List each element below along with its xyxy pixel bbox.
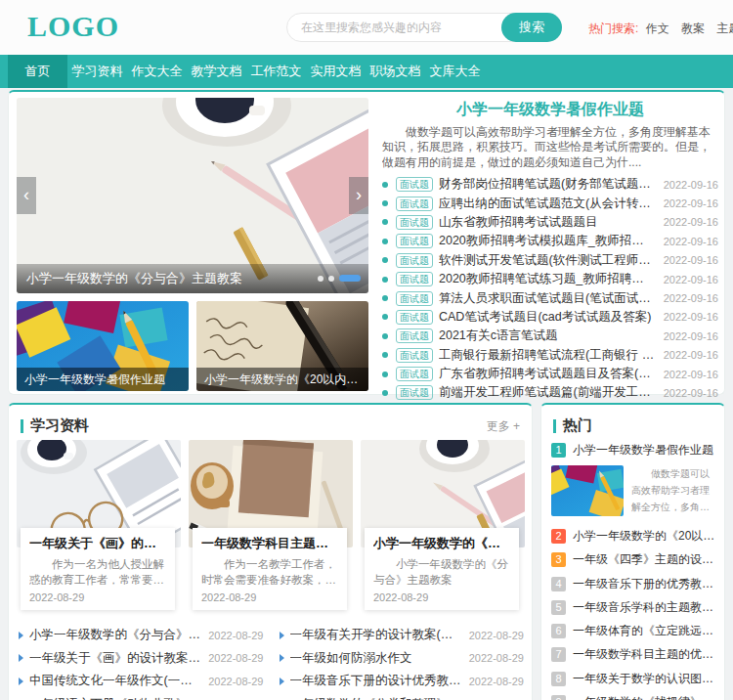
list-item[interactable]: 面试题 财务部岗位招聘笔试题(财务部笔试题及答案) 2022-09-16	[382, 175, 718, 194]
hot-item[interactable]: 3 一年级《四季》主题的设计教案(一年级四...	[551, 548, 716, 572]
link-row[interactable]: 中国传统文化一年级作文(一年级中国传 2022-08-29	[19, 673, 264, 689]
list-item[interactable]: 面试题 应聘出纳的面试笔试题范文(从会计转出纳面试怎么回... 2022-09-…	[382, 194, 718, 212]
carousel-dots[interactable]	[318, 275, 361, 282]
category-tag[interactable]: 面试题	[396, 234, 433, 248]
study-card[interactable]: 小学一年级数学的《分与 小学一年级数学的《分与合》主题教案 2022-08-29	[361, 440, 525, 610]
list-item-title[interactable]: 应聘出纳的面试笔试题范文(从会计转出纳面试怎么回...	[439, 196, 656, 212]
carousel-dot[interactable]	[328, 276, 334, 282]
card-title[interactable]: 一年级数学科目主题的优	[201, 535, 338, 552]
carousel-caption[interactable]: 小学一年级数学的《分与合》主题教案	[17, 264, 368, 293]
hot-search-link[interactable]: 主题	[716, 22, 733, 35]
link-title[interactable]: 一年级语文下册《动物儿歌》的设计教案	[29, 696, 202, 700]
hot-item[interactable]: 8 一年级关于数学的认识图形教案(一年级数...	[551, 667, 716, 690]
search-button[interactable]: 搜索	[501, 13, 562, 42]
category-tag[interactable]: 面试题	[396, 291, 433, 306]
nav-item-essay[interactable]: 作文大全	[127, 55, 187, 88]
hot-item[interactable]: 4 一年级音乐下册的优秀教案模板(一年级下...	[551, 572, 716, 595]
nav-item-teaching[interactable]: 教学文档	[187, 55, 246, 88]
hot-item-expanded[interactable]: 做数学题可以高效帮助学习者理解全方位，多角度理解基本知识，拓展思路，积累技...	[551, 465, 716, 516]
list-item-title[interactable]: 财务部岗位招聘笔试题(财务部笔试题及答案)	[439, 176, 656, 193]
category-tag[interactable]: 面试题	[396, 367, 433, 381]
nav-item-practical[interactable]: 实用文档	[306, 55, 366, 88]
list-item[interactable]: 面试题 前端开发工程师笔试题篇(前端开发工程师高频面试题) 2022-09-16	[382, 383, 718, 402]
link-row[interactable]: 一年级语文下册《动物儿歌》的设计教案 2022-08-29	[19, 696, 264, 700]
hot-item[interactable]: 9 一年级数学的《找规律》课题的教案(一年...	[551, 690, 716, 700]
list-item-title[interactable]: 2021有关c语言笔试题	[439, 328, 656, 344]
hot-item-title[interactable]: 一年级音乐学科的主题教案(一年级体育学...	[573, 599, 716, 616]
list-item[interactable]: 面试题 广东省教师招聘考试试题题目及答案(广东省近10年教... 2022-09…	[382, 365, 718, 383]
hot-item[interactable]: 7 一年级数学科目主题的优秀教案(一年级数...	[551, 643, 716, 667]
more-link[interactable]: 更多 +	[487, 418, 520, 435]
card-title[interactable]: 小学一年级数学的《分与	[373, 535, 510, 552]
thumbnail-caption[interactable]: 小学一年级数学的《20以内退位减法》...	[196, 368, 368, 391]
link-title[interactable]: 中国传统文化一年级作文(一年级中国传	[29, 673, 202, 689]
link-title[interactable]: 一年级有关开学的设计教案(开学第一课	[290, 627, 463, 643]
hot-item[interactable]: 6 一年级体育的《立定跳远》项目设计教案	[551, 619, 716, 642]
site-logo[interactable]: LOGO	[27, 10, 119, 43]
category-tag[interactable]: 面试题	[396, 197, 433, 211]
link-row[interactable]: 一年级音乐下册的设计优秀教案(新一年 2022-08-29	[280, 673, 525, 689]
hot-item-title[interactable]: 一年级关于数学的认识图形教案(一年级数...	[573, 671, 716, 687]
carousel-dot-active[interactable]	[339, 275, 361, 282]
featured-title[interactable]: 小学一年级数学暑假作业题	[382, 100, 718, 121]
carousel-prev-button[interactable]: ‹	[17, 177, 36, 214]
list-item-title[interactable]: 工商银行最新招聘笔试流程(工商银行 笔试)	[439, 347, 656, 364]
hot-search-link[interactable]: 作文	[646, 22, 669, 35]
list-item[interactable]: 面试题 算法人员求职面试笔试题目(笔试面试成绩怎么算法) 2022-09-16	[382, 288, 718, 307]
list-item[interactable]: 面试题 2020教师招聘笔试练习题_教师招聘笔试训练题库 2022-09-16	[382, 270, 718, 288]
list-item-title[interactable]: 前端开发工程师笔试题篇(前端开发工程师高频面试题)	[439, 384, 656, 401]
list-item[interactable]: 面试题 软件测试开发笔试题(软件测试工程师笔试题及答案) 2022-09-16	[382, 251, 718, 270]
nav-item-career[interactable]: 职场文档	[366, 55, 425, 88]
list-item-title[interactable]: 山东省教师招聘考试试题题目	[439, 214, 656, 231]
hot-item-title[interactable]: 小学一年级数学的《20以内退位减法》教案	[573, 528, 716, 545]
category-tag[interactable]: 面试题	[396, 215, 433, 230]
nav-item-work[interactable]: 工作范文	[246, 55, 306, 88]
study-card[interactable]: 一年级关于《画》的设计 作为一名为他人授业解惑的教育工作者，常常要写一份优秀的教…	[17, 440, 181, 610]
category-tag[interactable]: 面试题	[396, 385, 433, 400]
link-title[interactable]: 一年级如何防溺水作文	[290, 650, 463, 667]
link-row[interactable]: 一年级关于《画》的设计教案(一年级美 2022-08-29	[19, 650, 264, 667]
hot-item[interactable]: 2 小学一年级数学的《20以内退位减法》教案	[551, 524, 716, 547]
hot-item-title[interactable]: 一年级《四季》主题的设计教案(一年级四...	[573, 551, 716, 568]
thumbnail-card[interactable]: 小学一年级数学暑假作业题	[17, 301, 189, 391]
link-title[interactable]: 一年级数学的《分类和整理》专题教案	[290, 696, 463, 700]
category-tag[interactable]: 面试题	[396, 348, 433, 363]
study-card[interactable]: 一年级数学科目主题的优 作为一名教学工作者，时常会需要准备好教案，借助教案可以让…	[189, 440, 353, 610]
link-title[interactable]: 一年级关于《画》的设计教案(一年级美	[29, 650, 202, 667]
category-tag[interactable]: 面试题	[396, 328, 433, 343]
nav-item-library[interactable]: 文库大全	[425, 55, 485, 88]
list-item-title[interactable]: CAD笔试考试题目(cad考试试题及答案)	[439, 309, 656, 326]
list-item-title[interactable]: 2020教师招聘考试模拟题库_教师招聘考试每日一练	[439, 233, 656, 249]
list-item-title[interactable]: 软件测试开发笔试题(软件测试工程师笔试题及答案)	[439, 252, 656, 269]
category-tag[interactable]: 面试题	[396, 272, 433, 286]
nav-item-study[interactable]: 学习资料	[67, 55, 127, 88]
card-title[interactable]: 一年级关于《画》的设计	[29, 535, 166, 552]
hot-item-title[interactable]: 小学一年级数学暑假作业题	[573, 442, 716, 459]
list-item-title[interactable]: 广东省教师招聘考试试题题目及答案(广东省近10年教...	[439, 366, 656, 382]
hot-item-title[interactable]: 一年级体育的《立定跳远》项目设计教案	[573, 623, 716, 639]
link-row[interactable]: 一年级数学的《分类和整理》专题教案 2022-08-29	[280, 696, 525, 700]
hot-item-1[interactable]: 1 小学一年级数学暑假作业题	[551, 438, 716, 461]
hot-item-title[interactable]: 一年级数学的《找规律》课题的教案(一年...	[573, 694, 716, 700]
list-item[interactable]: 面试题 CAD笔试考试题目(cad考试试题及答案) 2022-09-16	[382, 308, 718, 327]
carousel-dot[interactable]	[318, 276, 323, 282]
category-tag[interactable]: 面试题	[396, 253, 433, 268]
hot-item-title[interactable]: 一年级音乐下册的优秀教案模板(一年级下...	[573, 576, 716, 592]
list-item-title[interactable]: 2020教师招聘笔试练习题_教师招聘笔试训练题库	[439, 271, 656, 287]
link-row[interactable]: 一年级有关开学的设计教案(开学第一课 2022-08-29	[280, 627, 525, 643]
link-row[interactable]: 小学一年级数学的《分与合》主题教案 2022-08-29	[19, 627, 264, 643]
thumbnail-caption[interactable]: 小学一年级数学暑假作业题	[17, 368, 189, 391]
list-item-title[interactable]: 算法人员求职面试笔试题目(笔试面试成绩怎么算法)	[439, 290, 656, 307]
hot-search-link[interactable]: 教案	[681, 22, 705, 35]
category-tag[interactable]: 面试题	[396, 310, 433, 325]
list-item[interactable]: 面试题 工商银行最新招聘笔试流程(工商银行 笔试) 2022-09-16	[382, 346, 718, 365]
hot-item-title[interactable]: 一年级数学科目主题的优秀教案(一年级数...	[573, 646, 716, 663]
category-tag[interactable]: 面试题	[396, 177, 433, 192]
link-title[interactable]: 一年级音乐下册的设计优秀教案(新一年	[290, 673, 463, 689]
thumbnail-card[interactable]: 小学一年级数学的《20以内退位减法》...	[196, 301, 368, 391]
link-title[interactable]: 小学一年级数学的《分与合》主题教案	[29, 627, 202, 643]
hot-item[interactable]: 5 一年级音乐学科的主题教案(一年级体育学...	[551, 595, 716, 619]
nav-item-home[interactable]: 首页	[8, 55, 67, 88]
carousel[interactable]: ‹ › 小学一年级数学的《分与合》主题教案	[17, 98, 368, 293]
carousel-next-button[interactable]: ›	[349, 177, 368, 214]
